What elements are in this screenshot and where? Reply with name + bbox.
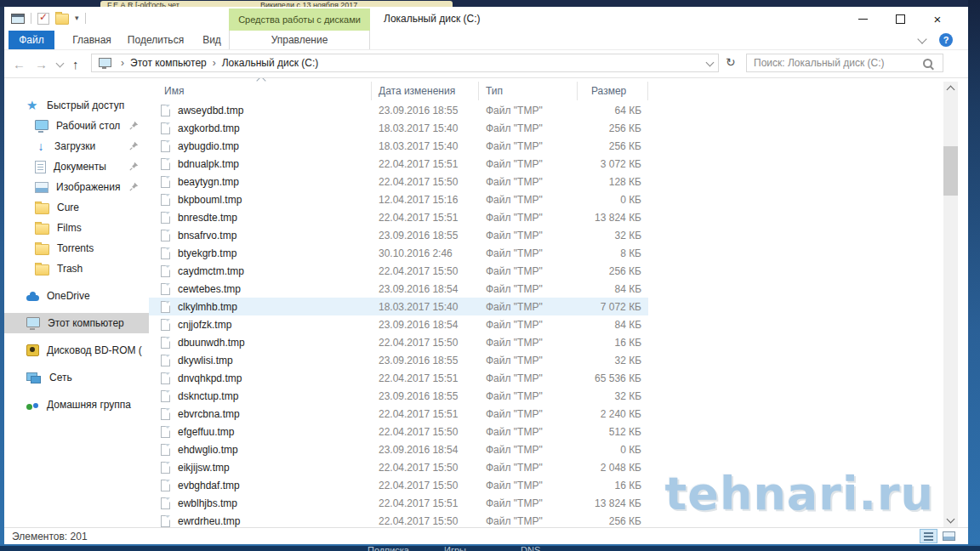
tab-manage[interactable]: Управление <box>229 31 370 49</box>
properties-icon[interactable] <box>37 13 49 25</box>
back-button[interactable]: ← <box>13 57 26 71</box>
file-icon <box>161 337 170 349</box>
column-header-label: Имя <box>164 85 184 97</box>
file-type: Файл "TMP" <box>479 444 578 456</box>
file-row[interactable]: dkywlisi.tmp23.09.2016 18:55Файл "TMP"32… <box>149 351 648 369</box>
file-row[interactable]: cnjjofzk.tmp23.09.2016 18:54Файл "TMP"84… <box>149 315 648 333</box>
sidebar-item-downloads[interactable]: Загрузки <box>4 136 149 156</box>
thumbnails-view-button[interactable] <box>940 529 958 543</box>
file-row[interactable]: dnvqhkpd.tmp22.04.2017 15:51Файл "TMP"65… <box>149 369 648 387</box>
tab-share[interactable]: Поделиться <box>122 31 190 49</box>
search-input[interactable]: Поиск: Локальный диск (C:) <box>746 54 943 72</box>
file-row[interactable]: awseydbd.tmp23.09.2016 18:55Файл "TMP"64… <box>149 101 648 119</box>
column-header-label: Размер <box>591 85 626 97</box>
sidebar-item-torrents[interactable]: Torrents <box>4 238 149 258</box>
file-name: cewtebes.tmp <box>178 283 241 295</box>
file-date: 22.04.2017 15:50 <box>372 426 479 438</box>
details-view-button[interactable] <box>920 529 937 543</box>
background-link: Подписка <box>368 545 409 551</box>
file-row[interactable]: bnsafrvo.tmp23.09.2016 18:55Файл "TMP"32… <box>149 226 648 244</box>
file-row[interactable]: dbuunwdh.tmp22.04.2017 15:50Файл "TMP"16… <box>149 333 648 351</box>
sidebar-item-homegroup[interactable]: Домашняя группа <box>4 395 149 415</box>
tab-home[interactable]: Главная <box>66 31 118 49</box>
network-icon <box>26 372 37 381</box>
pin-icon <box>129 182 139 194</box>
cloud-icon <box>26 295 39 301</box>
file-icon <box>161 247 170 259</box>
column-header-size[interactable]: Размер <box>578 82 648 100</box>
sidebar-item-trash[interactable]: Trash <box>4 258 149 279</box>
file-row[interactable]: bkpbouml.tmp12.04.2017 15:16Файл "TMP"0 … <box>149 190 648 208</box>
file-row[interactable]: axgkorbd.tmp18.03.2017 15:40Файл "TMP"25… <box>149 119 648 137</box>
column-header-type[interactable]: Тип <box>479 82 578 100</box>
up-button[interactable]: ↑ <box>72 57 79 71</box>
sidebar-item-quick-access[interactable]: Быстрый доступ <box>4 95 149 116</box>
file-row[interactable]: ebvrcbna.tmp22.04.2017 15:51Файл "TMP"2 … <box>149 405 648 423</box>
file-row[interactable]: caydmctm.tmp22.04.2017 15:50Файл "TMP"25… <box>149 262 648 280</box>
column-header-date[interactable]: Дата изменения <box>372 82 479 100</box>
sidebar-item-pictures[interactable]: Изображения <box>4 177 149 197</box>
file-type: Файл "TMP" <box>479 462 578 474</box>
file-icon <box>161 319 170 331</box>
file-size: 256 КБ <box>578 122 648 134</box>
help-icon[interactable]: ? <box>939 33 953 47</box>
maximize-button[interactable] <box>881 7 919 31</box>
file-row[interactable]: bnresdte.tmp22.04.2017 15:51Файл "TMP"13… <box>149 208 648 226</box>
file-row[interactable]: beaytygn.tmp22.04.2017 15:50Файл "TMP"12… <box>149 173 648 190</box>
file-row[interactable]: cewtebes.tmp23.09.2016 18:54Файл "TMP"84… <box>149 280 648 298</box>
sidebar-item-films[interactable]: Films <box>4 218 149 238</box>
sidebar-item-onedrive[interactable]: OneDrive <box>4 286 149 306</box>
file-row[interactable]: ewblhjbs.tmp22.04.2017 15:51Файл "TMP"13… <box>149 494 648 512</box>
file-row[interactable]: ehdwglio.tmp23.09.2016 18:54Файл "TMP"0 … <box>149 440 648 458</box>
homegroup-icon <box>26 400 39 411</box>
tab-file[interactable]: Файл <box>9 31 54 49</box>
background-tab: F.E.A.R [-old'octь чет <box>100 1 260 7</box>
new-folder-icon[interactable] <box>55 14 69 25</box>
tab-view[interactable]: Вид <box>193 31 231 49</box>
column-header-name[interactable]: Имя <box>149 82 372 100</box>
maximize-icon <box>896 14 905 24</box>
file-row[interactable]: efgeffuu.tmp22.04.2017 15:50Файл "TMP"51… <box>149 423 648 440</box>
breadcrumb-this-pc[interactable]: Этот компьютер <box>130 57 207 69</box>
ribbon-collapse-icon[interactable] <box>917 34 926 43</box>
address-bar[interactable]: › Этот компьютер › Локальный диск (C:) <box>91 54 719 72</box>
file-row[interactable]: eikjijsw.tmp22.04.2017 15:50Файл "TMP"2 … <box>149 458 648 476</box>
file-date: 22.04.2017 15:50 <box>372 337 479 349</box>
chevron-down-icon <box>947 515 955 524</box>
address-dropdown-icon[interactable] <box>706 58 715 66</box>
file-date: 23.09.2016 18:55 <box>372 355 479 366</box>
recent-locations-icon[interactable] <box>56 59 65 67</box>
refresh-button[interactable]: ↻ <box>726 55 736 69</box>
background-tab: Википеди с 13 ноября 2017 <box>254 1 453 7</box>
file-row[interactable]: btyekgrb.tmp30.10.2016 2:46Файл "TMP"8 К… <box>149 244 648 262</box>
file-type: Файл "TMP" <box>479 337 578 349</box>
file-row[interactable]: bdnualpk.tmp22.04.2017 15:51Файл "TMP"3 … <box>149 155 648 173</box>
scrollbar-down-button[interactable] <box>943 514 958 527</box>
sidebar-item-bd-rom[interactable]: Дисковод BD-ROM ( <box>4 340 149 361</box>
breadcrumb-local-disk-c[interactable]: Локальный диск (C:) <box>222 57 319 69</box>
sidebar-item-this-pc[interactable]: Этот компьютер <box>4 313 149 333</box>
file-row[interactable]: evbghdaf.tmp22.04.2017 15:50Файл "TMP"16… <box>149 476 648 494</box>
vertical-scrollbar[interactable] <box>943 82 958 527</box>
watermark: tehnari.ru <box>665 467 935 520</box>
file-row[interactable]: clkylmhb.tmp18.03.2017 15:40Файл "TMP"7 … <box>149 298 648 315</box>
sidebar-item-desktop[interactable]: Рабочий стол <box>4 116 149 136</box>
file-size: 84 КБ <box>578 319 648 331</box>
file-size: 7 072 КБ <box>578 301 648 313</box>
background-right-strip <box>968 0 980 551</box>
ribbon-right-controls: ? <box>919 33 953 47</box>
sidebar-item-network[interactable]: Сеть <box>4 367 149 388</box>
forward-button[interactable]: → <box>35 57 48 71</box>
sidebar-item-documents[interactable]: Документы <box>4 156 149 177</box>
scrollbar-up-button[interactable] <box>943 82 958 95</box>
file-row[interactable]: aybugdio.tmp18.03.2017 15:40Файл "TMP"25… <box>149 137 648 155</box>
qat-customize-icon[interactable]: ▾ <box>75 14 79 22</box>
scrollbar-thumb[interactable] <box>943 146 958 196</box>
sidebar-item-cure[interactable]: Cure <box>4 197 149 218</box>
window-controls: × <box>844 7 956 31</box>
minimize-button[interactable] <box>844 7 881 31</box>
close-button[interactable]: × <box>919 7 956 31</box>
file-row[interactable]: dsknctup.tmp23.09.2016 18:55Файл "TMP"32… <box>149 387 648 405</box>
breadcrumb-separator: › <box>115 57 130 69</box>
file-row[interactable]: ewrdrheu.tmp22.04.2017 15:50Файл "TMP"25… <box>149 512 648 527</box>
